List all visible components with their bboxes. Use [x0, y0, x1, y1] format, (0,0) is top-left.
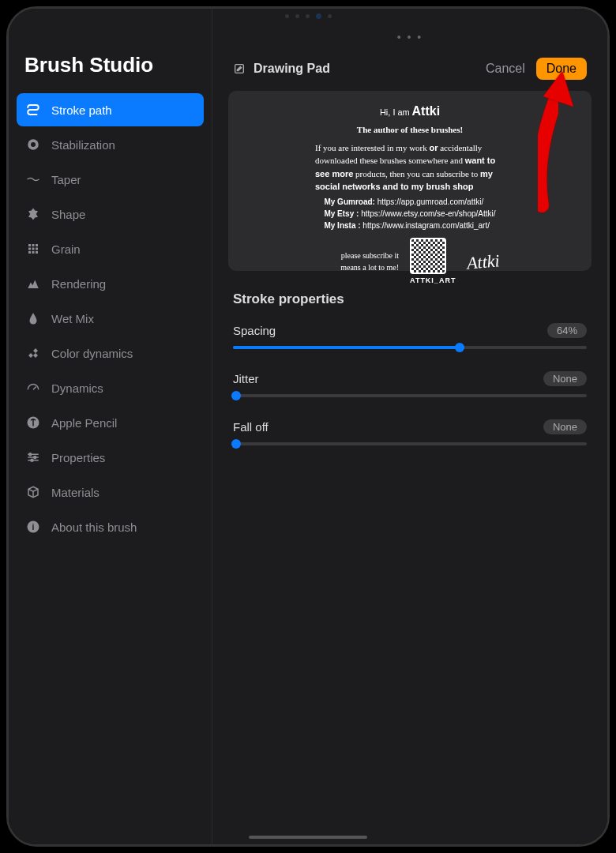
- sidebar: Brush Studio Stroke path Stabilization: [9, 9, 212, 844]
- property-value-badge[interactable]: None: [543, 371, 587, 386]
- header-buttons: Cancel Done: [486, 58, 587, 80]
- pad-body: If you are interested in my work or acci…: [315, 141, 505, 194]
- sidebar-item-label: Dynamics: [51, 381, 103, 395]
- header: Drawing Pad Cancel Done: [228, 53, 592, 91]
- sidebar-item-color-dynamics[interactable]: Color dynamics: [17, 336, 204, 370]
- falloff-slider[interactable]: [233, 442, 587, 445]
- grain-icon: [26, 242, 40, 256]
- sidebar-items: Stroke path Stabilization Taper: [9, 88, 212, 550]
- sidebar-item-materials[interactable]: Materials: [17, 475, 204, 509]
- sidebar-item-label: Stabilization: [51, 138, 115, 152]
- taper-icon: [26, 172, 40, 186]
- shape-icon: [26, 207, 40, 221]
- materials-icon: [26, 485, 40, 499]
- property-jitter: Jitter None: [228, 365, 592, 413]
- property-value-badge[interactable]: 64%: [547, 323, 587, 338]
- sidebar-item-label: Rendering: [51, 277, 106, 291]
- done-button[interactable]: Done: [536, 58, 587, 80]
- sidebar-item-label: Shape: [51, 208, 85, 221]
- svg-rect-3: [32, 244, 35, 246]
- pad-greeting: Hi, I am Attki: [380, 102, 440, 121]
- property-label: Spacing: [233, 324, 276, 337]
- property-value-badge[interactable]: None: [543, 419, 587, 434]
- color-dynamics-icon: [26, 346, 40, 360]
- property-spacing: Spacing 64%: [228, 317, 592, 365]
- property-falloff: Fall off None: [228, 413, 592, 461]
- sidebar-item-label: About this brush: [51, 520, 137, 534]
- sidebar-item-rendering[interactable]: Rendering: [17, 267, 204, 300]
- drawing-pad-preview[interactable]: Hi, I am Attki The author of these brush…: [228, 91, 592, 271]
- sidebar-item-label: Properties: [51, 451, 105, 464]
- svg-text:i: i: [32, 522, 35, 532]
- svg-line-11: [33, 387, 36, 390]
- svg-point-1: [31, 142, 36, 147]
- camera-notch: [261, 11, 355, 21]
- header-title-group[interactable]: Drawing Pad: [233, 62, 330, 76]
- dynamics-icon: [26, 381, 40, 395]
- sidebar-item-label: Wet Mix: [51, 312, 94, 325]
- sidebar-item-label: Taper: [51, 173, 81, 186]
- sidebar-item-grain[interactable]: Grain: [17, 232, 204, 265]
- sidebar-item-label: Materials: [51, 486, 100, 499]
- sidebar-item-shape[interactable]: Shape: [17, 197, 204, 231]
- svg-rect-6: [32, 248, 35, 250]
- svg-rect-5: [28, 248, 31, 250]
- sidebar-item-label: Stroke path: [51, 103, 112, 117]
- pad-links: My Gumroad: https://app.gumroad.com/attk…: [324, 196, 495, 231]
- about-icon: i: [26, 520, 40, 534]
- cancel-button[interactable]: Cancel: [486, 62, 525, 76]
- sidebar-item-wet-mix[interactable]: Wet Mix: [17, 302, 204, 335]
- apple-pencil-icon: [26, 415, 40, 430]
- home-indicator[interactable]: [249, 836, 367, 839]
- app-container: Brush Studio Stroke path Stabilization: [9, 9, 607, 844]
- sidebar-item-label: Apple Pencil: [51, 416, 117, 430]
- svg-rect-9: [32, 251, 35, 254]
- sidebar-item-properties[interactable]: Properties: [17, 441, 204, 474]
- sidebar-item-taper[interactable]: Taper: [17, 163, 204, 196]
- ipad-frame: Brush Studio Stroke path Stabilization: [6, 6, 610, 847]
- property-label: Fall off: [233, 420, 269, 434]
- app-title: Brush Studio: [9, 40, 212, 88]
- svg-rect-10: [36, 251, 38, 254]
- svg-point-17: [34, 457, 36, 459]
- pad-subscribe-text: please subscribe it means a lot to me!: [320, 250, 399, 273]
- hardware-button: [609, 135, 610, 167]
- sidebar-item-stroke-path[interactable]: Stroke path: [17, 93, 204, 126]
- jitter-slider[interactable]: [233, 394, 587, 397]
- stroke-path-icon: [26, 103, 40, 117]
- sidebar-item-label: Grain: [51, 242, 81, 256]
- sidebar-item-apple-pencil[interactable]: Apple Pencil: [17, 406, 204, 439]
- qr-code: [410, 238, 446, 274]
- property-label: Jitter: [233, 372, 259, 385]
- main-content: • • • Drawing Pad Cancel Done Hi, I am: [212, 9, 607, 844]
- hardware-button: [609, 96, 610, 127]
- sidebar-item-stabilization[interactable]: Stabilization: [17, 128, 204, 161]
- section-title: Stroke properties: [228, 288, 592, 317]
- svg-point-18: [31, 459, 33, 461]
- svg-rect-4: [36, 244, 38, 246]
- sidebar-item-dynamics[interactable]: Dynamics: [17, 371, 204, 404]
- svg-rect-2: [28, 244, 31, 246]
- edit-icon: [233, 62, 246, 75]
- qr-caption: ATTKI_ART: [410, 276, 456, 287]
- stabilization-icon: [26, 137, 40, 152]
- svg-rect-7: [36, 248, 38, 250]
- spacing-slider[interactable]: [233, 346, 587, 349]
- rendering-icon: [26, 276, 40, 291]
- properties-icon: [26, 450, 40, 464]
- sidebar-item-about[interactable]: i About this brush: [17, 510, 204, 543]
- pad-author-line: The author of these brushes!: [357, 123, 463, 137]
- qr-group: ATTKI_ART: [410, 238, 456, 287]
- wet-mix-icon: [26, 311, 40, 325]
- svg-point-16: [29, 453, 32, 456]
- ellipsis-icon[interactable]: • • •: [228, 31, 592, 43]
- page-title: Drawing Pad: [254, 62, 330, 76]
- signature: Attki: [466, 247, 501, 276]
- svg-rect-8: [28, 251, 31, 254]
- pad-footer: please subscribe it means a lot to me! A…: [320, 238, 500, 287]
- sidebar-item-label: Color dynamics: [51, 347, 133, 360]
